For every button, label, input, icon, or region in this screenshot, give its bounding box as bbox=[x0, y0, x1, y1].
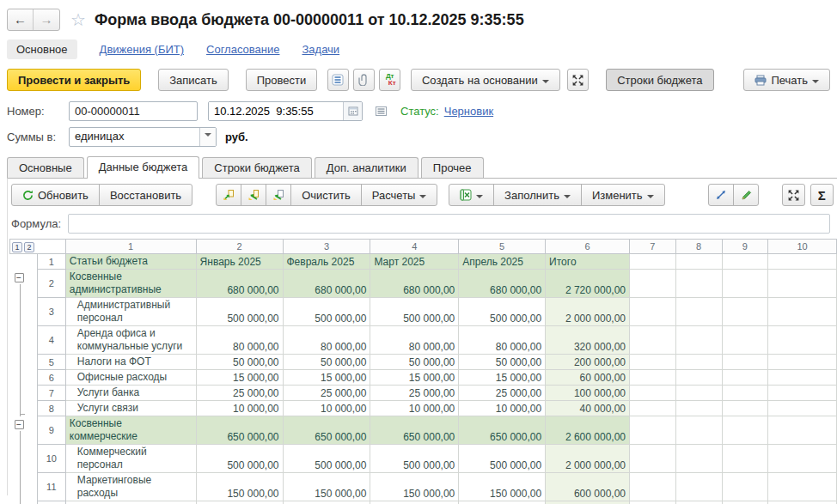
cell-r2-c5[interactable]: 680 000,00 bbox=[459, 270, 546, 298]
cell-r8-c2[interactable]: 10 000,00 bbox=[196, 401, 283, 416]
tab-main[interactable]: Основные bbox=[7, 157, 84, 178]
cell-r5-c10[interactable] bbox=[768, 355, 837, 370]
cell-r8-c5[interactable]: 10 000,00 bbox=[459, 401, 546, 416]
cell-r9-c10[interactable] bbox=[768, 416, 837, 445]
cell-r11-c7[interactable] bbox=[630, 473, 676, 501]
cell-r7-c2[interactable]: 25 000,00 bbox=[196, 386, 283, 401]
cell-r5-c5[interactable]: 50 000,00 bbox=[459, 355, 546, 370]
cell-r6-c5[interactable]: 15 000,00 bbox=[459, 370, 546, 386]
cell-r9-c6[interactable]: 2 600 000,00 bbox=[546, 416, 630, 445]
cell-r8-c10[interactable] bbox=[768, 401, 837, 416]
row-header-1[interactable]: 1 bbox=[37, 254, 65, 270]
cell-r5-c3[interactable]: 50 000,00 bbox=[283, 355, 370, 370]
cell-r5-c2[interactable]: 50 000,00 bbox=[196, 355, 283, 370]
select-area-button[interactable] bbox=[708, 184, 734, 206]
print-button[interactable]: Печать bbox=[743, 69, 830, 91]
group-level-1-button[interactable]: 1 bbox=[12, 242, 22, 252]
cell-r12-c1[interactable] bbox=[65, 501, 196, 504]
cell-r5-c8[interactable] bbox=[675, 355, 722, 370]
cell-r10-c5[interactable]: 500 000,00 bbox=[459, 445, 546, 473]
row-header-5[interactable]: 5 bbox=[37, 355, 65, 370]
history-list-button[interactable] bbox=[371, 102, 390, 119]
cell-r1-c2[interactable]: Январь 2025 bbox=[196, 254, 283, 270]
cell-r8-c6[interactable]: 40 000,00 bbox=[546, 401, 630, 416]
cell-r8-c1[interactable]: Услуги связи bbox=[65, 401, 196, 416]
cell-r3-c6[interactable]: 2 000 000,00 bbox=[546, 298, 630, 326]
row-header-3[interactable]: 3 bbox=[37, 298, 65, 326]
cell-r4-c2[interactable]: 80 000,00 bbox=[196, 326, 283, 355]
sums-combo-dropdown-button[interactable] bbox=[199, 128, 216, 146]
cell-r12-c9[interactable] bbox=[722, 501, 768, 504]
cell-r6-c4[interactable]: 15 000,00 bbox=[370, 370, 459, 386]
number-input[interactable] bbox=[69, 101, 198, 121]
cell-r6-c8[interactable] bbox=[675, 370, 722, 386]
cell-r3-c9[interactable] bbox=[722, 298, 768, 326]
group-level-2-button[interactable]: 2 bbox=[24, 242, 34, 252]
cell-r5-c1[interactable]: Налоги на ФОТ bbox=[65, 355, 196, 370]
cell-r4-c4[interactable]: 80 000,00 bbox=[370, 326, 459, 355]
col-header-8[interactable]: 8 bbox=[675, 240, 722, 254]
sum-button[interactable]: Σ bbox=[810, 184, 834, 206]
row-header-4[interactable]: 4 bbox=[37, 326, 65, 355]
cell-r4-c8[interactable] bbox=[675, 326, 722, 355]
cell-r11-c5[interactable]: 150 000,00 bbox=[459, 473, 546, 501]
cell-r3-c2[interactable]: 500 000,00 bbox=[196, 298, 283, 326]
cell-r1-c6[interactable]: Итого bbox=[546, 254, 630, 270]
forward-button[interactable]: → bbox=[34, 9, 59, 30]
cell-r4-c5[interactable]: 80 000,00 bbox=[459, 326, 546, 355]
cell-r7-c6[interactable]: 100 000,00 bbox=[546, 386, 630, 401]
cell-r4-c1[interactable]: Аренда офиса и коммунальные услуги bbox=[65, 326, 196, 355]
cell-r2-c7[interactable] bbox=[630, 270, 676, 298]
cell-r6-c9[interactable] bbox=[722, 370, 768, 386]
row-header-12[interactable]: 12 bbox=[37, 501, 65, 504]
cell-r9-c4[interactable]: 650 000,00 bbox=[370, 416, 459, 445]
post-button[interactable]: Провести bbox=[246, 69, 318, 91]
calendar-button[interactable] bbox=[343, 102, 362, 120]
cell-r7-c5[interactable]: 25 000,00 bbox=[459, 386, 546, 401]
cell-r9-c9[interactable] bbox=[722, 416, 768, 445]
cell-r7-c4[interactable]: 25 000,00 bbox=[370, 386, 459, 401]
cell-r12-c2[interactable] bbox=[196, 501, 283, 504]
cell-r4-c6[interactable]: 320 000,00 bbox=[546, 326, 630, 355]
cell-r3-c10[interactable] bbox=[768, 298, 837, 326]
edit-cell-button[interactable] bbox=[733, 184, 759, 206]
cell-r10-c9[interactable] bbox=[722, 445, 768, 473]
col-header-7[interactable]: 7 bbox=[630, 240, 676, 254]
nav-link-approval[interactable]: Согласование bbox=[206, 43, 279, 56]
cell-r3-c5[interactable]: 500 000,00 bbox=[459, 298, 546, 326]
cell-r2-c2[interactable]: 680 000,00 bbox=[196, 270, 283, 298]
cell-r11-c1[interactable]: Маркетинговые расходы bbox=[65, 473, 196, 501]
cell-r8-c8[interactable] bbox=[675, 401, 722, 416]
cell-r5-c6[interactable]: 200 000,00 bbox=[546, 355, 630, 370]
nav-link-movements[interactable]: Движения (БИТ) bbox=[100, 43, 184, 56]
cell-r8-c7[interactable] bbox=[630, 401, 676, 416]
cell-r12-c7[interactable] bbox=[630, 501, 676, 504]
cell-r11-c2[interactable]: 150 000,00 bbox=[196, 473, 283, 501]
nav-link-tasks[interactable]: Задачи bbox=[302, 43, 339, 56]
cell-r7-c9[interactable] bbox=[722, 386, 768, 401]
cell-r4-c10[interactable] bbox=[768, 326, 837, 355]
cell-r10-c7[interactable] bbox=[630, 445, 676, 473]
cell-r7-c1[interactable]: Услуги банка bbox=[65, 386, 196, 401]
cell-r2-c6[interactable]: 2 720 000,00 bbox=[546, 270, 630, 298]
cell-r7-c7[interactable] bbox=[630, 386, 676, 401]
collapse-group-button[interactable]: − bbox=[15, 420, 24, 429]
cell-r1-c3[interactable]: Февраль 2025 bbox=[283, 254, 370, 270]
cell-r9-c1[interactable]: Косвенные коммерческие bbox=[65, 416, 196, 445]
save-button[interactable]: Записать bbox=[158, 69, 229, 91]
import-data-button[interactable] bbox=[241, 184, 266, 206]
cell-r12-c4[interactable] bbox=[370, 501, 459, 504]
cell-r8-c9[interactable] bbox=[722, 401, 768, 416]
excel-button[interactable] bbox=[449, 184, 494, 206]
col-header-10[interactable]: 10 bbox=[768, 240, 837, 254]
row-header-7[interactable]: 7 bbox=[37, 386, 65, 401]
row-header-2[interactable]: 2 bbox=[37, 270, 65, 298]
formula-input[interactable] bbox=[68, 214, 830, 234]
budget-lines-button[interactable]: Строки бюджета bbox=[606, 69, 713, 91]
cell-r6-c7[interactable] bbox=[630, 370, 676, 386]
row-header-8[interactable]: 8 bbox=[37, 401, 65, 416]
cell-r5-c7[interactable] bbox=[630, 355, 676, 370]
col-header-3[interactable]: 3 bbox=[283, 240, 370, 254]
col-header-4[interactable]: 4 bbox=[370, 240, 459, 254]
col-header-1[interactable]: 1 bbox=[65, 240, 196, 254]
